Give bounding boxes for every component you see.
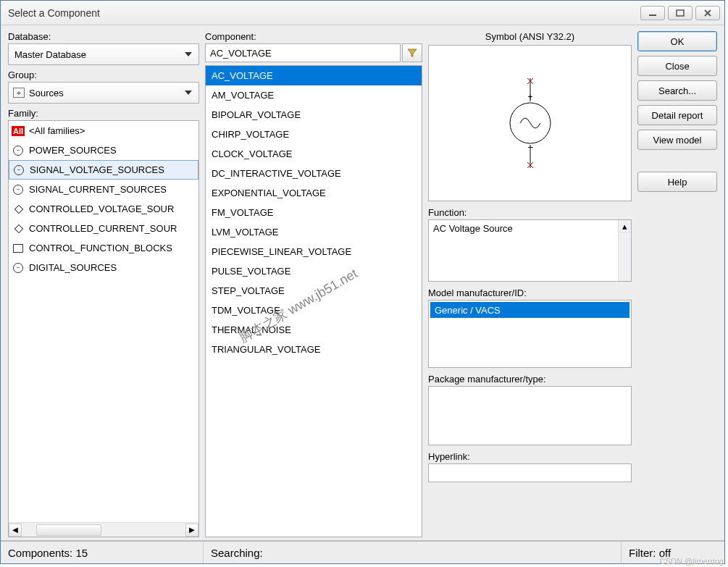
diamond-icon xyxy=(12,223,25,235)
family-item[interactable]: CONTROLLED_VOLTAGE_SOUR xyxy=(9,199,198,219)
scroll-right-button[interactable]: ► xyxy=(185,524,198,537)
model-manufacturer-listbox[interactable]: Generic / VACS xyxy=(428,300,632,368)
family-item-label: CONTROLLED_CURRENT_SOUR xyxy=(29,223,177,234)
maximize-button[interactable] xyxy=(668,6,693,20)
group-label: Group: xyxy=(8,70,199,80)
circle-icon: ~ xyxy=(12,262,25,274)
family-item-label: <All families> xyxy=(29,125,85,136)
family-item[interactable]: ~SIGNAL_VOLTAGE_SOURCES xyxy=(9,160,198,180)
family-item[interactable]: ~SIGNAL_CURRENT_SOURCES xyxy=(9,180,198,199)
component-listbox[interactable]: AC_VOLTAGEAM_VOLTAGEBIPOLAR_VOLTAGECHIRP… xyxy=(205,65,422,537)
component-item[interactable]: PIECEWISE_LINEAR_VOLTAGE xyxy=(206,242,422,261)
ok-button[interactable]: OK xyxy=(637,31,717,51)
database-dropdown[interactable]: Master Database xyxy=(8,43,199,65)
family-item-label: DIGITAL_SOURCES xyxy=(29,262,117,273)
titlebar: Select a Component xyxy=(1,1,724,25)
scroll-up-icon: ▴ xyxy=(619,220,631,232)
scroll-thumb[interactable] xyxy=(36,524,101,536)
component-item[interactable]: TDM_VOLTAGE xyxy=(206,301,422,320)
group-value: Sources xyxy=(29,88,177,98)
credit-text: CSDN @timerring xyxy=(660,557,724,566)
component-input[interactable]: AC_VOLTAGE xyxy=(205,43,401,62)
view-model-button[interactable]: View model xyxy=(637,130,717,150)
svg-rect-5 xyxy=(14,224,22,232)
hyperlink-label: Hyperlink: xyxy=(428,451,632,462)
function-text: AC Voltage Source xyxy=(433,223,513,234)
component-item[interactable]: BIPOLAR_VOLTAGE xyxy=(206,105,422,125)
component-item[interactable]: FM_VOLTAGE xyxy=(206,203,422,222)
chevron-down-icon xyxy=(181,85,196,100)
help-button[interactable]: Help xyxy=(637,172,717,192)
status-components: Components: 15 xyxy=(1,542,204,563)
window-title: Select a Component xyxy=(8,7,637,19)
function-textbox[interactable]: AC Voltage Source ▴ xyxy=(428,219,632,282)
circle-icon: ~ xyxy=(12,184,25,196)
svg-rect-4 xyxy=(14,205,22,213)
ac-voltage-symbol-icon: + − xyxy=(501,72,559,174)
family-listbox[interactable]: All<All families>~POWER_SOURCES~SIGNAL_V… xyxy=(8,120,199,537)
component-item[interactable]: STEP_VOLTAGE xyxy=(206,281,422,301)
family-item[interactable]: All<All families> xyxy=(9,121,198,140)
component-item[interactable]: AC_VOLTAGE xyxy=(206,66,422,85)
hyperlink-input[interactable] xyxy=(428,463,632,482)
database-label: Database: xyxy=(8,31,199,42)
close-dialog-button[interactable]: Close xyxy=(637,56,717,76)
search-button[interactable]: Search... xyxy=(637,80,717,101)
component-item[interactable]: EXPONENTIAL_VOLTAGE xyxy=(206,183,422,203)
family-item-label: SIGNAL_VOLTAGE_SOURCES xyxy=(30,164,164,175)
component-item[interactable]: THERMAL_NOISE xyxy=(206,320,422,340)
component-item[interactable]: CHIRP_VOLTAGE xyxy=(206,125,422,144)
family-item-label: CONTROL_FUNCTION_BLOCKS xyxy=(29,243,172,253)
status-searching: Searching: xyxy=(204,542,622,563)
horizontal-scrollbar[interactable]: ◄ ► xyxy=(9,522,198,537)
close-button[interactable] xyxy=(695,6,720,20)
package-manufacturer-listbox[interactable] xyxy=(428,386,632,445)
filter-button[interactable] xyxy=(402,43,422,62)
family-item-label: SIGNAL_CURRENT_SOURCES xyxy=(29,184,167,195)
component-item[interactable]: CLOCK_VOLTAGE xyxy=(206,144,422,164)
symbol-label: Symbol (ANSI Y32.2) xyxy=(428,31,632,42)
family-item[interactable]: CONTROL_FUNCTION_BLOCKS xyxy=(9,238,198,258)
component-item[interactable]: TRIANGULAR_VOLTAGE xyxy=(206,340,422,359)
minimize-button[interactable] xyxy=(640,6,665,20)
component-value: AC_VOLTAGE xyxy=(210,48,272,59)
symbol-preview: + − xyxy=(428,45,632,201)
vertical-scrollbar[interactable]: ▴ xyxy=(618,220,631,281)
all-icon: All xyxy=(12,125,25,137)
circle-icon: ~ xyxy=(12,164,25,176)
family-item[interactable]: CONTROLLED_CURRENT_SOUR xyxy=(9,219,198,238)
box-icon xyxy=(12,243,25,254)
family-item[interactable]: ~DIGITAL_SOURCES xyxy=(9,258,198,277)
model-manufacturer-label: Model manufacturer/ID: xyxy=(428,287,632,298)
detail-report-button[interactable]: Detail report xyxy=(637,105,717,125)
chevron-down-icon xyxy=(181,47,196,62)
diamond-icon xyxy=(12,203,25,215)
statusbar: Components: 15 Searching: Filter: off xyxy=(1,540,724,563)
component-label: Component: xyxy=(205,31,422,42)
funnel-icon xyxy=(407,48,417,58)
database-value: Master Database xyxy=(14,49,181,60)
sources-icon: ÷ xyxy=(13,88,25,98)
family-item[interactable]: ~POWER_SOURCES xyxy=(9,140,198,160)
family-item-label: POWER_SOURCES xyxy=(29,145,117,156)
package-manufacturer-label: Package manufacturer/type: xyxy=(428,374,632,385)
function-label: Function: xyxy=(428,207,632,218)
circle-icon: ~ xyxy=(12,145,25,156)
component-item[interactable]: LVM_VOLTAGE xyxy=(206,222,422,242)
component-item[interactable]: DC_INTERACTIVE_VOLTAGE xyxy=(206,164,422,183)
model-manufacturer-item[interactable]: Generic / VACS xyxy=(430,302,629,318)
group-dropdown[interactable]: ÷ Sources xyxy=(8,82,199,104)
svg-text:+: + xyxy=(527,92,532,102)
svg-rect-1 xyxy=(677,10,684,16)
component-item[interactable]: PULSE_VOLTAGE xyxy=(206,261,422,281)
scroll-left-button[interactable]: ◄ xyxy=(9,524,22,537)
component-item[interactable]: AM_VOLTAGE xyxy=(206,85,422,105)
family-label: Family: xyxy=(8,108,199,119)
svg-rect-0 xyxy=(649,14,656,16)
family-item-label: CONTROLLED_VOLTAGE_SOUR xyxy=(29,203,174,214)
